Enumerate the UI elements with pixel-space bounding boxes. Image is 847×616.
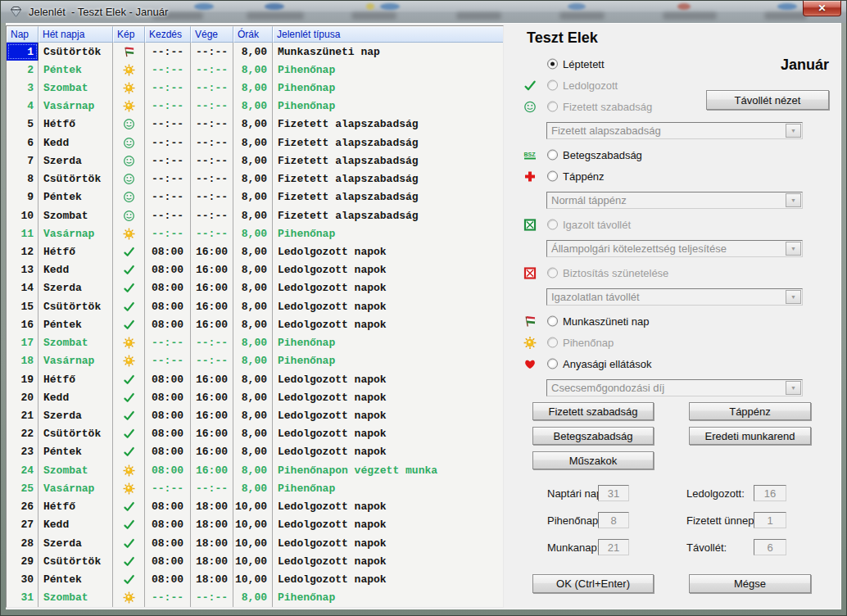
radio-button[interactable] bbox=[547, 102, 558, 112]
ok-button[interactable]: OK (Ctrl+Enter) bbox=[532, 574, 654, 593]
day-cell[interactable]: 7 bbox=[7, 152, 38, 170]
table-row[interactable]: 26Hétfő08:0018:0010,00Ledolgozott napok bbox=[7, 497, 503, 515]
table-row[interactable]: 25Vasárnap--:----:--8,00Pihenőnap bbox=[7, 479, 503, 497]
table-row[interactable]: 4Vasárnap--:----:--8,00Pihenőnap bbox=[7, 97, 503, 116]
day-cell[interactable]: 22 bbox=[7, 425, 38, 443]
column-header-jelenl-t-t-pusa[interactable]: Jelenlét típusa bbox=[273, 26, 503, 43]
day-cell[interactable]: 23 bbox=[7, 443, 38, 461]
day-cell[interactable]: 17 bbox=[7, 334, 38, 352]
table-row[interactable]: 30Péntek08:0018:0010,00Ledolgozott napok bbox=[7, 570, 503, 588]
table-row[interactable]: 24Szombat08:0016:008,00Pihenőnapon végze… bbox=[7, 461, 503, 479]
radio-option-biztos-t-s-sz-netel-se[interactable]: Biztosítás szünetelése bbox=[514, 262, 829, 283]
dropdown-arrow-button[interactable]: ▼ bbox=[786, 242, 801, 256]
table-row[interactable]: 18Vasárnap--:----:--8,00Pihenőnap bbox=[7, 352, 503, 370]
day-cell[interactable]: 28 bbox=[7, 534, 38, 552]
radio-option-anyas-gi-ell-t-sok[interactable]: Anyasági ellátások bbox=[514, 353, 829, 374]
table-row[interactable]: 31Szombat--:----:--8,00Pihenőnap bbox=[7, 589, 503, 607]
column-header-nap[interactable]: Nap bbox=[7, 26, 38, 43]
column-header-kezd-s[interactable]: Kezdés bbox=[145, 26, 191, 43]
table-row[interactable]: 11Vasárnap--:----:--8,00Pihenőnap bbox=[7, 224, 503, 242]
day-cell[interactable]: 6 bbox=[7, 134, 38, 152]
day-cell[interactable]: 26 bbox=[7, 497, 38, 515]
table-row[interactable]: 12Hétfő08:0016:008,00Ledolgozott napok bbox=[7, 242, 503, 260]
column-header-v-ge[interactable]: Vége bbox=[191, 26, 233, 43]
dropdown-fizetett-alapszabads-g[interactable]: Fizetett alapszabadság▼ bbox=[546, 122, 803, 139]
eredeti-munkarend-button[interactable]: Eredeti munkarend bbox=[689, 427, 811, 445]
day-cell[interactable]: 14 bbox=[7, 279, 38, 297]
table-row[interactable]: 28Szerda08:0018:0010,00Ledolgozott napok bbox=[7, 534, 503, 552]
dropdown-norm-l-t-pp-nz[interactable]: Normál táppénz▼ bbox=[546, 192, 803, 209]
day-cell[interactable]: 18 bbox=[7, 352, 38, 370]
radio-option-betegszabads-g[interactable]: BSZBetegszabadság bbox=[514, 144, 829, 165]
column-header-h-t-napja[interactable]: Hét napja bbox=[38, 26, 113, 43]
table-row[interactable]: 15Csütörtök08:0016:008,00Ledolgozott nap… bbox=[7, 297, 503, 315]
dropdown-arrow-button[interactable]: ▼ bbox=[786, 193, 801, 207]
day-cell[interactable]: 30 bbox=[7, 570, 38, 588]
table-row[interactable]: 14Szerda08:0016:008,00Ledolgozott napok bbox=[7, 279, 503, 297]
betegszabadsag-button[interactable]: Betegszabadság bbox=[532, 427, 654, 445]
table-row[interactable]: 5Hétfő--:----:--8,00Fizetett alapszabads… bbox=[7, 116, 503, 134]
radio-option-igazolt-t-voll-t[interactable]: Igazolt távollét bbox=[514, 214, 829, 235]
day-cell-selected[interactable]: 1 bbox=[7, 43, 38, 61]
muszakok-button[interactable]: Műszakok bbox=[532, 451, 654, 469]
title-bar[interactable]: Jelenlét - Teszt Elek - Január ✕ bbox=[1, 1, 846, 23]
day-cell[interactable]: 8 bbox=[7, 170, 38, 188]
radio-button[interactable] bbox=[547, 337, 558, 348]
day-cell[interactable]: 11 bbox=[7, 224, 38, 242]
day-cell[interactable]: 4 bbox=[7, 97, 38, 116]
table-row[interactable]: 10Szombat--:----:--8,00Fizetett alapszab… bbox=[7, 206, 503, 224]
dropdown-llampolg-ri-k-telezetts-g-teljes-t-se[interactable]: Állampolgári kötelezettség teljesítése▼ bbox=[546, 240, 803, 257]
radio-button[interactable] bbox=[547, 220, 558, 230]
tavollet-nezet-button[interactable]: Távollét nézet bbox=[706, 90, 829, 110]
radio-option-munkasz-neti-nap[interactable]: Munkaszüneti nap bbox=[514, 310, 829, 332]
table-row[interactable]: 17Szombat--:----:--8,00Pihenőnap bbox=[7, 334, 503, 352]
dropdown-arrow-button[interactable]: ▼ bbox=[786, 290, 801, 304]
radio-option-t-pp-nz[interactable]: Táppénz bbox=[514, 165, 829, 187]
day-cell[interactable]: 19 bbox=[7, 370, 38, 388]
dropdown-csecsem-gondoz-si-d-j[interactable]: Csecsemőgondozási díj▼ bbox=[546, 379, 803, 396]
radio-button[interactable] bbox=[547, 80, 558, 91]
table-row[interactable]: 3Szombat--:----:--8,00Pihenőnap bbox=[7, 79, 503, 97]
radio-button[interactable] bbox=[547, 171, 558, 182]
dropdown-arrow-button[interactable]: ▼ bbox=[786, 381, 801, 395]
tappenz-button[interactable]: Táppénz bbox=[689, 402, 811, 420]
table-row[interactable]: 6Kedd--:----:--8,00Fizetett alapszabadsá… bbox=[7, 134, 503, 152]
day-cell[interactable]: 29 bbox=[7, 552, 38, 570]
dropdown-arrow-button[interactable]: ▼ bbox=[786, 124, 801, 138]
cancel-button[interactable]: Mégse bbox=[689, 574, 811, 593]
column-header-k-p[interactable]: Kép bbox=[113, 26, 145, 43]
day-cell[interactable]: 27 bbox=[7, 516, 38, 534]
table-row[interactable]: 23Péntek08:0016:008,00Ledolgozott napok bbox=[7, 443, 503, 461]
day-cell[interactable]: 20 bbox=[7, 388, 38, 406]
table-row[interactable]: 2Péntek--:----:--8,00Pihenőnap bbox=[7, 61, 503, 79]
table-row[interactable]: 29Csütörtök08:0018:0010,00Ledolgozott na… bbox=[7, 552, 503, 570]
table-row[interactable]: 16Péntek08:0016:008,00Ledolgozott napok bbox=[7, 315, 503, 333]
radio-option-pihen-nap[interactable]: Pihenőnap bbox=[514, 332, 829, 353]
radio-button[interactable] bbox=[547, 316, 558, 327]
table-row[interactable]: 27Kedd08:0018:0010,00Ledolgozott napok bbox=[7, 516, 503, 534]
close-button[interactable]: ✕ bbox=[803, 1, 841, 16]
radio-button[interactable] bbox=[547, 59, 558, 70]
table-row[interactable]: 1Csütörtök--:----:--8,00Munkaszüneti nap bbox=[7, 43, 503, 61]
day-cell[interactable]: 2 bbox=[7, 61, 38, 79]
day-cell[interactable]: 10 bbox=[7, 206, 38, 224]
table-row[interactable]: 20Kedd08:0016:008,00Ledolgozott napok bbox=[7, 388, 503, 406]
radio-button[interactable] bbox=[547, 359, 558, 369]
column-header-r-k[interactable]: Órák bbox=[233, 26, 273, 43]
day-cell[interactable]: 31 bbox=[7, 589, 38, 607]
fizetett-szabadsag-button[interactable]: Fizetett szabadság bbox=[532, 402, 654, 420]
table-row[interactable]: 13Kedd08:0016:008,00Ledolgozott napok bbox=[7, 261, 503, 279]
day-cell[interactable]: 16 bbox=[7, 315, 38, 333]
day-cell[interactable]: 21 bbox=[7, 406, 38, 424]
day-cell[interactable]: 15 bbox=[7, 297, 38, 315]
radio-button[interactable] bbox=[547, 268, 558, 279]
table-row[interactable]: 8Csütörtök--:----:--8,00Fizetett alapsza… bbox=[7, 170, 503, 188]
day-cell[interactable]: 3 bbox=[7, 79, 38, 97]
day-cell[interactable]: 9 bbox=[7, 188, 38, 206]
table-row[interactable]: 21Szerda08:0016:008,00Ledolgozott napok bbox=[7, 406, 503, 424]
day-cell[interactable]: 12 bbox=[7, 242, 38, 260]
radio-option-l-ptetett[interactable]: Léptetett bbox=[514, 53, 829, 75]
day-cell[interactable]: 24 bbox=[7, 461, 38, 479]
day-cell[interactable]: 5 bbox=[7, 116, 38, 134]
day-cell[interactable]: 25 bbox=[7, 479, 38, 497]
